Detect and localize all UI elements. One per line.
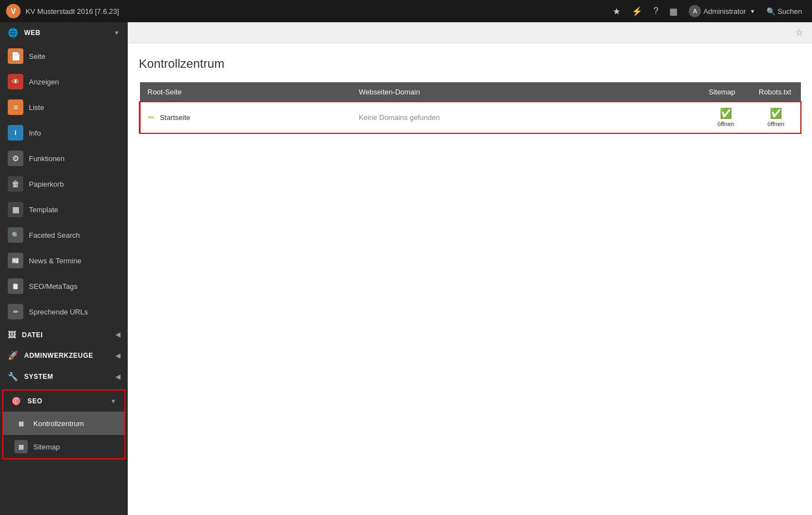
sidebar-item-sprechende-urls[interactable]: ✏ Sprechende URLs (0, 299, 128, 324)
web-section-icon: 🌐 (8, 28, 19, 38)
news-termine-icon: 📰 (8, 253, 23, 268)
seo-chevron-icon: ▼ (111, 398, 117, 404)
info-label: Info (29, 129, 41, 137)
seo-section-icon: 🎯 (11, 396, 22, 406)
sidebar-item-liste[interactable]: ≡ Liste (0, 94, 128, 120)
kontrollzentrum-label: Kontrollzentrum (33, 419, 84, 428)
sidebar: 🌐 WEB ▼ 📄 Seite 👁 Anzeigen ≡ Liste i Inf… (0, 22, 128, 515)
faceted-search-label: Faceted Search (29, 231, 80, 239)
lightning-button[interactable]: ⚡ (627, 4, 647, 19)
col-header-sitemap: Sitemap (701, 82, 751, 102)
table-row: ✏ Startseite Keine Domains gefunden ✅ öf… (140, 102, 801, 133)
col-header-robots: Robots.txt (751, 82, 801, 102)
sidebar-section-system[interactable]: 🔧 SYSTEM ◀ (0, 366, 128, 387)
news-termine-label: News & Termine (29, 257, 81, 265)
system-section-label: SYSTEM (24, 373, 53, 381)
kontrollzentrum-table: Root-Seite Webseiten-Domain Sitemap Robo… (139, 82, 801, 133)
sidebar-item-sitemap[interactable]: ▦ Sitemap (3, 435, 124, 458)
funktionen-icon: ⚙ (8, 151, 23, 166)
anzeigen-label: Anzeigen (29, 78, 59, 86)
papierkorb-icon: 🗑 (8, 176, 23, 192)
robots-open-label[interactable]: öffnen (759, 121, 793, 127)
sidebar-item-papierkorb[interactable]: 🗑 Papierkorb (0, 171, 128, 197)
papierkorb-label: Papierkorb (29, 180, 64, 188)
main-layout: 🌐 WEB ▼ 📄 Seite 👁 Anzeigen ≡ Liste i Inf… (0, 22, 812, 515)
sidebar-item-funktionen[interactable]: ⚙ Funktionen (0, 146, 128, 171)
template-label: Template (29, 206, 58, 214)
sidebar-item-seite[interactable]: 📄 Seite (0, 43, 128, 69)
user-label: Administrator (703, 7, 746, 16)
app-logo: V (6, 3, 21, 19)
seo-section-label: SEO (28, 397, 43, 405)
web-chevron-icon: ▼ (114, 29, 120, 36)
sidebar-item-anzeigen[interactable]: 👁 Anzeigen (0, 69, 128, 94)
edit-icon: ✏ (148, 113, 154, 122)
root-seite-cell: ✏ Startseite (140, 102, 351, 133)
seo-metatags-label: SEO/MetaTags (29, 282, 77, 291)
sitemap-check-icon: ✅ (709, 107, 743, 119)
page-content: Kontrollzentrum Root-Seite Webseiten-Dom… (128, 43, 812, 515)
datei-chevron-icon: ◀ (116, 331, 121, 338)
sitemap-cell: ✅ öffnen (701, 102, 751, 133)
grid-button[interactable]: ▦ (665, 4, 682, 19)
anzeigen-icon: 👁 (8, 74, 23, 89)
liste-icon: ≡ (8, 99, 23, 115)
content-topbar: ☆ (128, 22, 812, 43)
system-chevron-icon: ◀ (116, 373, 121, 381)
adminwerkzeuge-section-icon: 🚀 (8, 351, 19, 361)
page-title: Kontrollzentrum (139, 57, 801, 71)
sidebar-item-faceted-search[interactable]: 🔍 Faceted Search (0, 222, 128, 248)
domain-cell: Keine Domains gefunden (351, 102, 701, 133)
sidebar-section-seo[interactable]: 🎯 SEO ▼ (3, 391, 124, 412)
content-area: ☆ Kontrollzentrum Root-Seite Webseiten-D… (128, 22, 812, 515)
sitemap-label: Sitemap (33, 443, 60, 451)
app-title: KV Musterstadt 2016 [7.6.23] (26, 7, 608, 16)
robots-cell: ✅ öffnen (751, 102, 801, 133)
sidebar-item-info[interactable]: i Info (0, 120, 128, 146)
search-label: Suchen (778, 7, 802, 16)
datei-section-label: DATEI (22, 331, 43, 339)
seite-label: Seite (29, 52, 46, 61)
svg-text:V: V (11, 7, 16, 16)
sidebar-item-seo-metatags[interactable]: 📋 SEO/MetaTags (0, 273, 128, 299)
sitemap-icon: ▦ (14, 440, 28, 453)
favorite-icon[interactable]: ☆ (795, 27, 803, 38)
search-icon: 🔍 (766, 7, 775, 16)
sidebar-item-news-termine[interactable]: 📰 News & Termine (0, 248, 128, 273)
liste-label: Liste (29, 103, 44, 112)
sitemap-open-label[interactable]: öffnen (709, 121, 743, 127)
adminwerkzeuge-section-label: ADMINWERKZEUGE (24, 352, 93, 359)
col-header-domain: Webseiten-Domain (351, 82, 701, 102)
root-seite-name[interactable]: Startseite (160, 113, 191, 122)
info-icon: i (8, 125, 23, 141)
kontrollzentrum-icon: ▦ (14, 417, 28, 430)
template-icon: ▦ (8, 202, 23, 217)
sprechende-urls-icon: ✏ (8, 304, 23, 319)
topbar: V KV Musterstadt 2016 [7.6.23] ★ ⚡ ? ▦ A… (0, 0, 812, 22)
col-header-root-seite: Root-Seite (140, 82, 351, 102)
web-section-label: WEB (24, 29, 41, 37)
avatar: A (689, 5, 701, 17)
user-menu[interactable]: A Administrator ▼ (684, 3, 759, 19)
seo-section-container: 🎯 SEO ▼ ▦ Kontrollzentrum ▦ Sitemap (2, 389, 126, 459)
robots-check-icon: ✅ (759, 107, 793, 119)
sidebar-section-web[interactable]: 🌐 WEB ▼ (0, 22, 128, 43)
sidebar-section-datei[interactable]: 🖼 DATEI ◀ (0, 324, 128, 345)
system-section-icon: 🔧 (8, 372, 19, 382)
sidebar-section-adminwerkzeuge[interactable]: 🚀 ADMINWERKZEUGE ◀ (0, 345, 128, 366)
adminwerkzeuge-chevron-icon: ◀ (116, 352, 121, 359)
faceted-search-icon: 🔍 (8, 227, 23, 243)
no-domains-text: Keine Domains gefunden (359, 113, 440, 122)
topbar-icons: ★ ⚡ ? ▦ A Administrator ▼ 🔍 Suchen (608, 3, 806, 19)
sidebar-item-kontrollzentrum[interactable]: ▦ Kontrollzentrum (3, 412, 124, 435)
search-button[interactable]: 🔍 Suchen (762, 5, 806, 18)
datei-section-icon: 🖼 (8, 330, 17, 339)
seo-metatags-icon: 📋 (8, 278, 23, 294)
sprechende-urls-label: Sprechende URLs (29, 308, 88, 316)
bookmark-button[interactable]: ★ (608, 4, 625, 19)
help-button[interactable]: ? (649, 4, 663, 18)
funktionen-label: Funktionen (29, 154, 64, 163)
seite-icon: 📄 (8, 48, 23, 64)
sidebar-item-template[interactable]: ▦ Template (0, 197, 128, 222)
table-header-row: Root-Seite Webseiten-Domain Sitemap Robo… (140, 82, 801, 102)
